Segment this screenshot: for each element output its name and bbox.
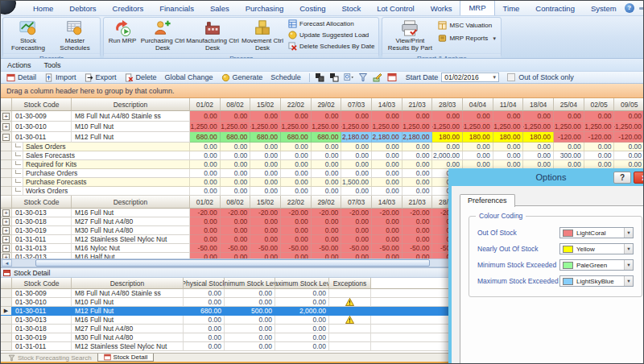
dialog-close-button[interactable]: x [634, 172, 644, 184]
schedule-button[interactable]: Schedule [268, 73, 307, 81]
stock-code-cell[interactable]: 01-30-011 [12, 132, 72, 143]
value-cell[interactable]: -120.00 [554, 132, 584, 143]
menu-tools[interactable]: Tools [38, 61, 68, 69]
value-cell[interactable]: -50.00 [312, 244, 342, 253]
date-column-header[interactable]: 25/04 [554, 98, 584, 111]
minimum-stock-cell[interactable]: 0.00 [225, 325, 275, 333]
value-cell[interactable]: 0.00 [250, 217, 281, 226]
child-row-label[interactable]: Works Orders [23, 187, 190, 196]
value-cell[interactable]: -1,250.00 [493, 122, 524, 132]
description-cell[interactable]: M12 Stainless Steel Nyloc Nut [72, 342, 184, 351]
row-indicator-gutter[interactable] [1, 298, 12, 307]
value-cell[interactable]: 180.00 [493, 132, 524, 143]
description-cell[interactable]: M16 Full Nut [72, 209, 190, 217]
expand-icon[interactable]: + [2, 236, 10, 243]
child-value-cell[interactable]: 0.00 [372, 143, 402, 151]
value-cell[interactable]: 0.00 [190, 217, 221, 226]
child-value-cell[interactable]: 0.00 [402, 151, 433, 160]
child-value-cell[interactable]: 2,000.00 [432, 151, 463, 160]
stock-code-cell[interactable]: 01-30-019 [12, 333, 72, 342]
generate-button[interactable]: Generate [219, 73, 269, 82]
date-column-header[interactable]: 08/02 [221, 98, 251, 111]
value-cell[interactable]: -1,250.00 [614, 122, 644, 132]
row-expand-gutter[interactable]: + [1, 235, 12, 244]
value-cell[interactable]: 0.00 [250, 235, 281, 244]
delete-schedules-by-date-button[interactable]: Delete Schedules By Date [288, 42, 374, 51]
value-cell[interactable]: 0.00 [432, 111, 463, 122]
grid-row[interactable]: +01-30-009M8 Full Nut A4/80 Stainle ss0.… [1, 111, 644, 122]
row-indicator-gutter[interactable] [1, 342, 12, 351]
exceptions-cell[interactable] [329, 316, 371, 325]
value-cell[interactable]: -1,250.00 [463, 122, 493, 132]
value-cell[interactable]: -1,250.00 [281, 122, 312, 132]
child-value-cell[interactable]: 0.00 [281, 178, 312, 187]
grid-window-icon[interactable] [385, 72, 399, 82]
options-dialog-titlebar[interactable]: Options ? x [448, 168, 644, 186]
child-value-cell[interactable]: 0.00 [281, 160, 312, 169]
expand-icon[interactable]: + [2, 227, 10, 234]
value-cell[interactable]: -20.00 [190, 209, 221, 217]
application-orb-icon[interactable] [0, 0, 16, 14]
child-value-cell[interactable]: 0.00 [281, 187, 312, 196]
child-value-cell[interactable]: 0.00 [341, 143, 372, 151]
description-cell[interactable]: M12 Stainless Steel Nyloc Nut [72, 235, 190, 244]
ribbon-tab-contracting[interactable]: Contracting [527, 2, 583, 15]
child-value-cell[interactable]: 0.00 [372, 151, 402, 160]
date-column-header[interactable]: 22/02 [281, 196, 312, 209]
value-cell[interactable]: 0.00 [221, 226, 251, 235]
child-value-cell[interactable]: 0.00 [402, 178, 433, 187]
child-value-cell[interactable]: 0.00 [372, 169, 402, 178]
child-value-cell[interactable]: 0.00 [523, 151, 554, 160]
row-expand-gutter[interactable]: + [1, 217, 12, 226]
global-change-button[interactable]: Global Change [163, 73, 219, 81]
child-value-cell[interactable]: 0.00 [493, 143, 524, 151]
stock-code-cell[interactable]: 01-30-009 [12, 111, 72, 122]
date-column-header[interactable]: 07/03 [341, 98, 372, 111]
stock-code-cell[interactable]: 01-31-011 [12, 342, 72, 351]
date-column-header[interactable]: 04/04 [463, 98, 493, 111]
colour-combo[interactable]: LightSkyBlue▼ [559, 275, 634, 287]
stock-detail-column-header[interactable]: Exceptions [329, 278, 371, 289]
grid-row[interactable]: −01-30-011M12 Full Nut680.00680.00680.00… [1, 132, 644, 143]
value-cell[interactable]: 0.00 [221, 235, 251, 244]
child-value-cell[interactable]: 0.00 [250, 160, 281, 169]
child-value-cell[interactable]: 0.00 [250, 187, 281, 196]
ribbon-tab-stock[interactable]: Stock [333, 2, 369, 15]
value-cell[interactable]: -120.00 [614, 132, 644, 143]
value-cell[interactable]: -1,250.00 [190, 122, 221, 132]
child-value-cell[interactable]: 0.00 [190, 169, 221, 178]
row-expand-gutter[interactable]: + [1, 209, 12, 217]
expand-icon[interactable]: + [2, 209, 10, 217]
date-column-header[interactable]: 29/02 [312, 196, 342, 209]
value-cell[interactable]: -20.00 [341, 209, 372, 217]
forecast-detail-row[interactable]: Sales Orders0.000.000.000.000.000.000.00… [1, 143, 644, 151]
exceptions-cell[interactable] [329, 307, 371, 316]
child-value-cell[interactable]: 0.00 [584, 143, 615, 151]
value-cell[interactable]: 0.00 [341, 217, 372, 226]
value-cell[interactable]: -1,250.00 [584, 122, 615, 132]
date-column-header[interactable]: 15/02 [250, 98, 281, 111]
stock-detail-column-header[interactable]: Minimum Stock Level [225, 278, 275, 289]
ribbon-tab-mrp[interactable]: MRP [460, 0, 494, 15]
child-value-cell[interactable]: 0.00 [341, 169, 372, 178]
child-value-cell[interactable]: 0.00 [312, 151, 342, 160]
master-schedules-button[interactable]: Master Schedules [52, 19, 98, 52]
stock-code-cell[interactable]: 01-30-018 [12, 217, 72, 226]
child-value-cell[interactable]: 0.00 [432, 143, 463, 151]
date-column-header[interactable]: 21/03 [402, 196, 433, 209]
child-value-cell[interactable]: 0.00 [281, 151, 312, 160]
maximum-stock-cell[interactable]: 2,000.00 [275, 307, 329, 316]
exceptions-cell[interactable] [329, 298, 371, 307]
value-cell[interactable]: 0.00 [250, 111, 281, 122]
child-value-cell[interactable]: 0.00 [372, 178, 402, 187]
row-indicator-gutter[interactable] [1, 316, 12, 325]
physical-stock-cell[interactable]: 0.00 [184, 325, 225, 333]
scroll-left-icon[interactable]: ◄ [2, 259, 12, 267]
value-cell[interactable]: -50.00 [221, 244, 251, 253]
manufacturing-ctrl-desk-button[interactable]: Manufacturing Ctrl Desk [186, 19, 239, 52]
value-cell[interactable]: 2,180.00 [372, 132, 402, 143]
child-value-cell[interactable]: 0.00 [250, 178, 281, 187]
child-row-label[interactable]: Sales Orders [23, 143, 190, 151]
value-cell[interactable]: 0.00 [341, 111, 372, 122]
child-value-cell[interactable]: 1,500.00 [341, 178, 372, 187]
